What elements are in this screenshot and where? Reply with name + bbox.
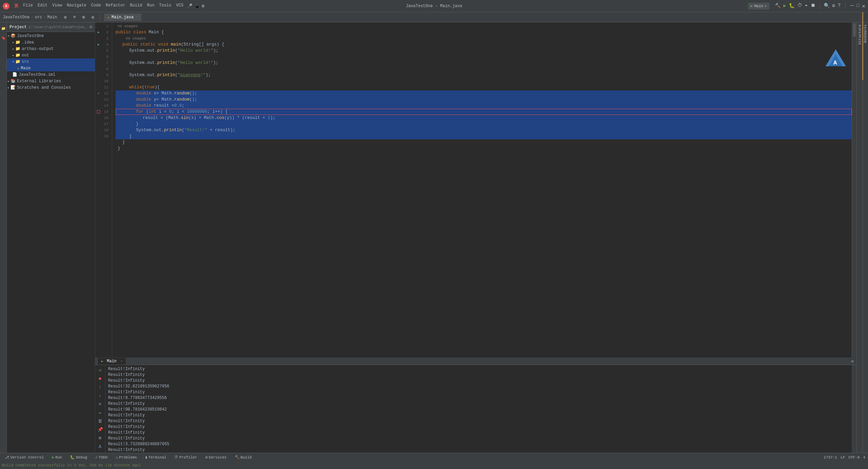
settings-run-icon[interactable]: ⚙ bbox=[851, 359, 854, 364]
version-control-btn[interactable]: ⎇ Version Control bbox=[3, 455, 46, 460]
settings-icon[interactable]: ⚙ bbox=[832, 3, 835, 10]
gutter-3 bbox=[95, 35, 102, 41]
menu-view[interactable]: View bbox=[52, 3, 62, 9]
menu-build[interactable]: Build bbox=[130, 3, 142, 9]
output-line-12: Result!Infinity bbox=[108, 430, 849, 436]
run-config-arrow[interactable]: ▾ bbox=[765, 4, 767, 8]
indent-indicator[interactable]: 4 bbox=[863, 455, 865, 459]
menu-edit[interactable]: Edit bbox=[38, 3, 48, 9]
tree-item-idea[interactable]: ▸ 📁 .idea bbox=[7, 39, 95, 46]
encoding-indicator[interactable]: UTF-8 bbox=[848, 455, 860, 459]
todo-btn[interactable]: ✓ TODO bbox=[93, 455, 109, 460]
menu-navigate[interactable]: Navigate bbox=[67, 3, 86, 9]
tree-item-root[interactable]: ▾ 📦 JavaTestOne bbox=[7, 33, 95, 39]
wrap-icon[interactable]: ↵ bbox=[97, 409, 104, 416]
run-dot: ▶ bbox=[101, 360, 103, 363]
project-panel: Project C:\Users\qy474\IdeaProjects\Java… bbox=[7, 22, 95, 453]
bookmark-icon-btn[interactable]: 🔖 bbox=[0, 34, 7, 42]
coverage-icon[interactable]: ☂ bbox=[805, 3, 808, 10]
menu-vcs[interactable]: VCS bbox=[176, 3, 184, 9]
structure-toolbar-btn[interactable]: ⊞ bbox=[80, 13, 88, 21]
pin-icon[interactable]: 📌 bbox=[97, 426, 104, 433]
debug-btn[interactable]: 🐛 Debug bbox=[68, 455, 89, 460]
output-line-4: Result!32.821991359627056 bbox=[108, 384, 849, 389]
filter-icon[interactable]: ≡ bbox=[97, 400, 104, 408]
scroll-up-icon[interactable]: ↑ bbox=[97, 383, 104, 391]
terminal-btn[interactable]: ▮ Terminal bbox=[143, 455, 168, 460]
project-settings-icon[interactable]: ⚙ bbox=[90, 24, 92, 30]
phone-icon[interactable]: 📱 bbox=[194, 3, 200, 9]
profile-icon[interactable]: ⏱ bbox=[797, 3, 802, 10]
menu-run[interactable]: Run bbox=[147, 3, 154, 9]
tree-item-scratches[interactable]: ▸ 📝 Scratches and Consoles bbox=[7, 84, 95, 91]
menu-code[interactable]: Code bbox=[91, 3, 101, 9]
project-icon-btn[interactable]: 📁 bbox=[0, 24, 7, 33]
project-label[interactable]: JavaTestOne bbox=[3, 15, 30, 20]
services-btn[interactable]: ⚙ Services bbox=[203, 455, 228, 460]
tree-item-iml[interactable]: 📄 JavaTestOne.iml bbox=[7, 71, 95, 78]
src-label[interactable]: src bbox=[35, 15, 42, 20]
gear-toolbar-btn[interactable]: ⚙ bbox=[89, 13, 97, 21]
menu-tools[interactable]: Tools bbox=[159, 3, 171, 9]
console-scrollbar[interactable] bbox=[852, 365, 856, 453]
tree-item-arthas[interactable]: ▸ 📁 arthas-output bbox=[7, 46, 95, 52]
minimize-button[interactable]: ─ bbox=[850, 3, 854, 10]
run-tab[interactable]: ▶ Main × bbox=[98, 358, 126, 365]
run-tab-close[interactable]: × bbox=[120, 360, 122, 363]
profiler-btn[interactable]: ⏱ Profiler bbox=[172, 455, 199, 460]
breakpoint-icon[interactable] bbox=[97, 110, 100, 114]
build-btn[interactable]: 🔨 Build bbox=[233, 455, 254, 460]
expand-icon[interactable]: ⊞ bbox=[97, 434, 104, 442]
code-editor[interactable]: ▶ ▶ ⚡ bbox=[95, 22, 856, 358]
scroll-down-icon[interactable]: ↓ bbox=[97, 392, 104, 399]
bottom-tabs: ▶ Main × ⚙ bbox=[95, 358, 856, 365]
stop-icon[interactable]: ⏹ bbox=[811, 3, 815, 10]
window-controls[interactable]: ▶ Main ▾ 🔨 ▶ 🐛 ⏱ ☂ ⏹ 🔍 ⚙ ? ─ □ ✕ bbox=[748, 3, 865, 10]
help-icon[interactable]: ? bbox=[838, 3, 840, 10]
menu-refactor[interactable]: Refactor bbox=[106, 3, 125, 9]
rerun-icon[interactable]: ↺ bbox=[97, 366, 104, 374]
tree-item-main[interactable]: ☕ Main bbox=[7, 65, 95, 71]
problems-icon: ⚠ bbox=[116, 455, 118, 459]
menu-bar[interactable]: 英 File Edit View Navigate Code Refactor … bbox=[14, 3, 184, 9]
tree-item-ext-libs[interactable]: ▸ 📚 External Libraries bbox=[7, 78, 95, 84]
gutter-run-4[interactable]: ▶ bbox=[95, 41, 102, 48]
code-line-19: } bbox=[116, 133, 852, 139]
search-icon[interactable]: 🔍 bbox=[824, 3, 830, 10]
console-output[interactable]: Result!Infinity Result!Infinity Result!I… bbox=[105, 365, 852, 453]
tree-item-src[interactable]: ▾ 📁 src bbox=[7, 58, 95, 65]
list-toolbar-btn[interactable]: ≡ bbox=[70, 13, 79, 21]
lf-indicator[interactable]: LF bbox=[840, 455, 845, 459]
menu-file[interactable]: File bbox=[23, 3, 33, 9]
profiler-icon: ⏱ bbox=[174, 455, 178, 459]
active-tab[interactable]: ☕ Main.java × bbox=[104, 14, 141, 21]
position-indicator[interactable]: 1737:1 bbox=[824, 455, 837, 459]
main-label[interactable]: Main bbox=[47, 15, 57, 20]
tab-close-icon[interactable]: × bbox=[136, 15, 138, 19]
tree-item-out[interactable]: ▸ 📁 out bbox=[7, 52, 95, 58]
problems-btn[interactable]: ⚠ Problems bbox=[114, 455, 139, 460]
structure-label[interactable]: Structure bbox=[857, 22, 863, 47]
debug-icon[interactable]: 🐛 bbox=[789, 3, 795, 10]
maximize-button[interactable]: □ bbox=[856, 3, 859, 10]
menu-file[interactable]: 英 bbox=[14, 3, 18, 9]
close-button[interactable]: ✕ bbox=[862, 3, 865, 10]
bookmarks-label[interactable]: Bookmarks bbox=[863, 22, 868, 45]
settings-toolbar-btn[interactable]: ⚙ bbox=[61, 13, 69, 21]
output-line-8: Result!98.78104238519842 bbox=[108, 407, 849, 413]
folder-icon-arthas: 📁 bbox=[15, 46, 20, 51]
more-icon[interactable]: … bbox=[97, 451, 104, 453]
code-content[interactable]: no usages public class Main { no usages … bbox=[112, 22, 852, 358]
scrollbar-thumb[interactable] bbox=[853, 23, 856, 37]
run-icon[interactable]: ▶ bbox=[783, 3, 786, 10]
arthas-icon[interactable]: A bbox=[97, 443, 104, 450]
build-icon[interactable]: 🔨 bbox=[775, 3, 781, 10]
trash-icon[interactable]: 🗑 bbox=[97, 417, 104, 425]
run-btn[interactable]: ▶ Run bbox=[50, 455, 64, 460]
gutter-run-2[interactable]: ▶ bbox=[95, 29, 102, 35]
grid-icon[interactable]: ⊞ bbox=[202, 3, 205, 9]
mic-icon[interactable]: 🎤 bbox=[187, 3, 192, 9]
stop-run-icon[interactable]: ■ bbox=[97, 375, 104, 382]
editor-scrollbar[interactable] bbox=[852, 22, 856, 358]
build-icon-status: 🔨 bbox=[235, 455, 240, 459]
